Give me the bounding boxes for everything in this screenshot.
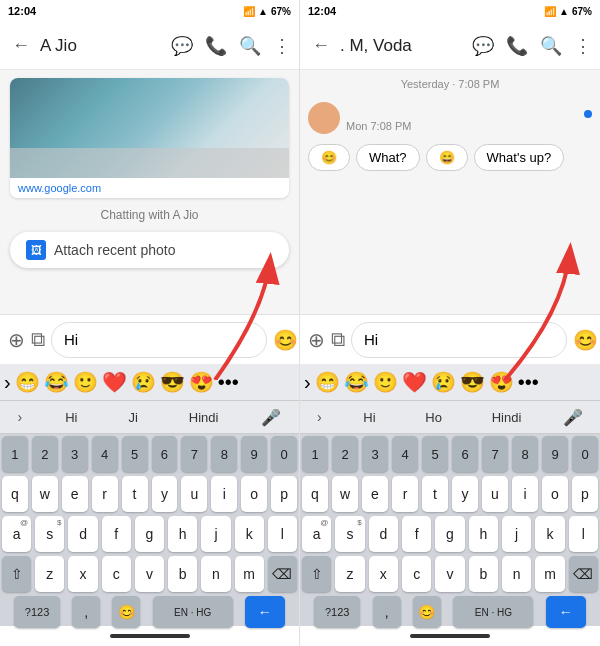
key-p[interactable]: p bbox=[271, 476, 297, 512]
rkey-s[interactable]: s$ bbox=[335, 516, 364, 552]
rkey-w[interactable]: w bbox=[332, 476, 358, 512]
key-backspace[interactable]: ⌫ bbox=[268, 556, 297, 592]
rkey-f[interactable]: f bbox=[402, 516, 431, 552]
rkey-h[interactable]: h bbox=[469, 516, 498, 552]
rkey-d[interactable]: d bbox=[369, 516, 398, 552]
key-m[interactable]: m bbox=[235, 556, 264, 592]
left-more-icon[interactable]: ⋮ bbox=[273, 35, 291, 57]
right-emoji-1[interactable]: 😁 bbox=[315, 370, 340, 394]
emoji-3[interactable]: 🙂 bbox=[73, 370, 98, 394]
key-w[interactable]: w bbox=[32, 476, 58, 512]
emoji-5[interactable]: 😢 bbox=[131, 370, 156, 394]
right-emoji-2[interactable]: 😂 bbox=[344, 370, 369, 394]
key-r[interactable]: r bbox=[92, 476, 118, 512]
key-comma[interactable]: , bbox=[72, 596, 100, 628]
rkey-4[interactable]: 4 bbox=[392, 436, 418, 472]
rkey-j[interactable]: j bbox=[502, 516, 531, 552]
key-n[interactable]: n bbox=[201, 556, 230, 592]
rkey-5[interactable]: 5 bbox=[422, 436, 448, 472]
key-lang[interactable]: EN · HG bbox=[153, 596, 233, 628]
rkey-enter[interactable]: ← bbox=[546, 596, 586, 628]
rkey-q[interactable]: q bbox=[302, 476, 328, 512]
right-add-icon[interactable]: ⊕ bbox=[308, 328, 325, 352]
key-y[interactable]: y bbox=[152, 476, 178, 512]
left-attach-icon[interactable]: ⧉ bbox=[31, 328, 45, 351]
left-word-1[interactable]: Hi bbox=[57, 410, 85, 425]
rkey-8[interactable]: 8 bbox=[512, 436, 538, 472]
emoji-7[interactable]: 😍 bbox=[189, 370, 214, 394]
right-word-1[interactable]: Hi bbox=[355, 410, 383, 425]
rkey-7[interactable]: 7 bbox=[482, 436, 508, 472]
key-z[interactable]: z bbox=[35, 556, 64, 592]
left-link-text[interactable]: www.google.com bbox=[10, 178, 289, 198]
key-k[interactable]: k bbox=[235, 516, 264, 552]
key-i[interactable]: i bbox=[211, 476, 237, 512]
rkey-r[interactable]: r bbox=[392, 476, 418, 512]
rkey-2[interactable]: 2 bbox=[332, 436, 358, 472]
right-chat-icon[interactable]: 💬 bbox=[472, 35, 494, 57]
rkey-shift[interactable]: ⇧ bbox=[302, 556, 331, 592]
rkey-y[interactable]: y bbox=[452, 476, 478, 512]
rkey-m[interactable]: m bbox=[535, 556, 564, 592]
right-attach-icon[interactable]: ⧉ bbox=[331, 328, 345, 351]
suggest-what[interactable]: What? bbox=[356, 144, 420, 171]
key-h[interactable]: h bbox=[168, 516, 197, 552]
key-4[interactable]: 4 bbox=[92, 436, 118, 472]
rkey-3[interactable]: 3 bbox=[362, 436, 388, 472]
rkey-num-toggle[interactable]: ?123 bbox=[314, 596, 360, 628]
right-word-3[interactable]: Hindi bbox=[484, 410, 530, 425]
left-search-icon[interactable]: 🔍 bbox=[239, 35, 261, 57]
right-more-icon[interactable]: ⋮ bbox=[574, 35, 592, 57]
key-6[interactable]: 6 bbox=[152, 436, 178, 472]
right-message-input[interactable] bbox=[351, 322, 567, 358]
emoji-2[interactable]: 😂 bbox=[44, 370, 69, 394]
left-phone-icon[interactable]: 📞 bbox=[205, 35, 227, 57]
left-word-3[interactable]: Hindi bbox=[181, 410, 227, 425]
rkey-o[interactable]: o bbox=[542, 476, 568, 512]
left-word-chevron[interactable]: › bbox=[18, 409, 23, 425]
left-word-2[interactable]: Ji bbox=[120, 410, 145, 425]
right-phone-icon[interactable]: 📞 bbox=[506, 35, 528, 57]
key-num-toggle[interactable]: ?123 bbox=[14, 596, 60, 628]
key-2[interactable]: 2 bbox=[32, 436, 58, 472]
right-emoji-5[interactable]: 😢 bbox=[431, 370, 456, 394]
right-emoji-4[interactable]: ❤️ bbox=[402, 370, 427, 394]
rkey-z[interactable]: z bbox=[335, 556, 364, 592]
right-back-button[interactable]: ← bbox=[308, 31, 334, 60]
right-emoji-7[interactable]: 😍 bbox=[489, 370, 514, 394]
rkey-1[interactable]: 1 bbox=[302, 436, 328, 472]
key-0[interactable]: 0 bbox=[271, 436, 297, 472]
right-emoji-8[interactable]: ••• bbox=[518, 371, 539, 394]
emoji-1[interactable]: 😁 bbox=[15, 370, 40, 394]
key-q[interactable]: q bbox=[2, 476, 28, 512]
key-x[interactable]: x bbox=[68, 556, 97, 592]
key-e[interactable]: e bbox=[62, 476, 88, 512]
emoji-4[interactable]: ❤️ bbox=[102, 370, 127, 394]
rkey-lang[interactable]: EN · HG bbox=[453, 596, 533, 628]
emoji-6[interactable]: 😎 bbox=[160, 370, 185, 394]
key-v[interactable]: v bbox=[135, 556, 164, 592]
rkey-v[interactable]: v bbox=[435, 556, 464, 592]
key-c[interactable]: c bbox=[102, 556, 131, 592]
rkey-u[interactable]: u bbox=[482, 476, 508, 512]
key-d[interactable]: d bbox=[68, 516, 97, 552]
right-emoji-chevron[interactable]: › bbox=[304, 371, 311, 394]
right-emoji-3[interactable]: 🙂 bbox=[373, 370, 398, 394]
right-mic-icon[interactable]: 🎤 bbox=[563, 408, 583, 427]
key-5[interactable]: 5 bbox=[122, 436, 148, 472]
rkey-k[interactable]: k bbox=[535, 516, 564, 552]
key-o[interactable]: o bbox=[241, 476, 267, 512]
key-j[interactable]: j bbox=[201, 516, 230, 552]
key-s[interactable]: s$ bbox=[35, 516, 64, 552]
suggest-whatsup[interactable]: What's up? bbox=[474, 144, 565, 171]
key-g[interactable]: g bbox=[135, 516, 164, 552]
rkey-e[interactable]: e bbox=[362, 476, 388, 512]
key-8[interactable]: 8 bbox=[211, 436, 237, 472]
right-word-chevron[interactable]: › bbox=[317, 409, 322, 425]
suggest-emoji2[interactable]: 😄 bbox=[426, 144, 468, 171]
key-emoji-bottom[interactable]: 😊 bbox=[112, 596, 140, 628]
attach-recent-photo-bar[interactable]: 🖼 Attach recent photo bbox=[10, 232, 289, 268]
rkey-c[interactable]: c bbox=[402, 556, 431, 592]
rkey-comma[interactable]: , bbox=[373, 596, 401, 628]
rkey-backspace[interactable]: ⌫ bbox=[569, 556, 598, 592]
